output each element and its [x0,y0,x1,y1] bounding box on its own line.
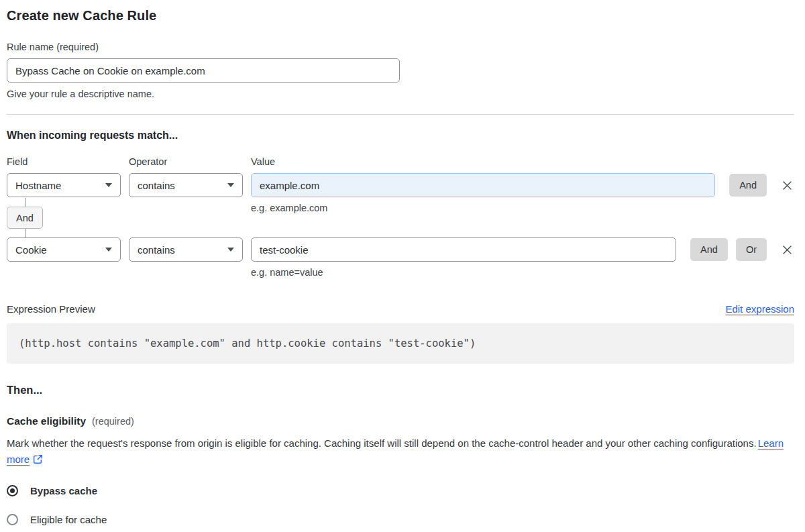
field-select-1-value: Hostname [15,180,61,191]
row-1-actions: And [729,173,794,197]
chevron-down-icon [227,248,234,252]
match-heading: When incoming requests match... [7,129,794,142]
operator-select-1[interactable]: contains [129,173,243,197]
value-hint-2: e.g. name=value [251,267,676,278]
chevron-down-icon [227,183,234,187]
cache-eligibility-description: Mark whether the request's response from… [7,435,784,468]
close-icon [782,180,793,191]
close-icon [782,244,793,256]
radio-option-bypass-cache[interactable]: Bypass cache [7,485,97,496]
remove-condition-button-2[interactable] [780,243,794,257]
operator-select-1-value: contains [138,180,175,191]
rule-name-label: Rule name (required) [7,42,794,52]
and-button-row-2[interactable]: And [690,238,728,261]
edit-expression-link[interactable]: Edit expression [725,303,794,315]
field-select-1[interactable]: Hostname [7,173,121,197]
operator-column-label: Operator [129,156,243,167]
or-button-row-2[interactable]: Or [736,238,767,261]
operator-select-2-value: contains [138,244,175,256]
condition-row-2: Cookie contains e.g. name=value And Or [7,237,794,278]
radio-selected-icon [7,485,18,496]
operator-select-2[interactable]: contains [129,237,243,262]
radio-label-eligible-for-cache: Eligible for cache [30,514,107,525]
value-column-2: e.g. name=value [251,237,676,278]
remove-condition-button-1[interactable] [780,178,794,193]
field-select-2-value: Cookie [15,244,47,256]
page-title: Create new Cache Rule [7,8,794,23]
connector-line-bottom [25,229,25,237]
then-heading: Then... [7,384,794,396]
section-divider [7,114,794,115]
create-cache-rule-page: Create new Cache Rule Rule name (require… [0,0,805,525]
row-2-actions: And Or [690,237,794,262]
value-input-2[interactable] [251,237,676,262]
condition-row-1: Hostname contains e.g. example.com And [7,173,794,213]
radio-unselected-icon [7,514,18,525]
required-note: (required) [92,416,134,427]
rule-name-input[interactable] [7,58,400,83]
cache-eligibility-heading: Cache eligibility (required) [7,415,794,427]
radio-label-bypass-cache: Bypass cache [30,485,97,496]
field-column-label: Field [7,156,121,167]
condition-column-labels: Field Operator Value [7,156,794,167]
chevron-down-icon [105,248,112,252]
description-text: Mark whether the request's response from… [7,437,757,449]
expression-code: (http.host contains "example.com" and ht… [7,323,794,364]
value-hint-1: e.g. example.com [251,203,715,213]
condition-connector: And [7,198,43,237]
field-select-2[interactable]: Cookie [7,237,121,262]
value-input-1[interactable] [251,173,715,197]
expression-preview-header: Expression Preview Edit expression [7,303,794,315]
value-column-label: Value [251,156,275,167]
expression-preview-label: Expression Preview [7,303,95,315]
rule-name-helper: Give your rule a descriptive name. [7,89,794,99]
value-column-1: e.g. example.com [251,173,715,213]
rule-name-field: Rule name (required) Give your rule a de… [7,42,794,99]
radio-option-eligible-for-cache[interactable]: Eligible for cache [7,514,107,525]
chevron-down-icon [105,183,112,187]
and-button-row-1[interactable]: And [729,174,767,197]
connector-line-top [25,198,25,207]
external-link-icon [33,454,43,464]
cache-eligibility-title: Cache eligibility [7,415,86,427]
connector-and-button[interactable]: And [7,207,43,229]
